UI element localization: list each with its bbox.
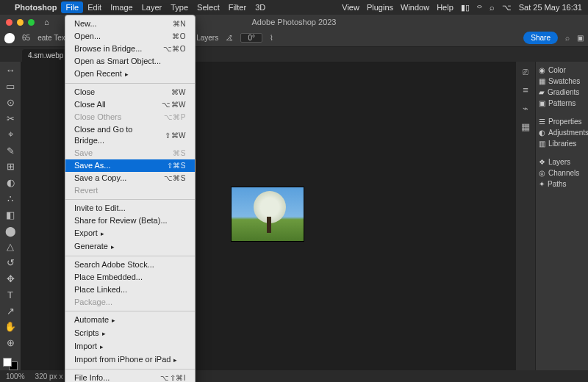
panel-icon-1[interactable]: ⎚	[523, 66, 528, 77]
marquee-tool-icon[interactable]: ▭	[4, 81, 17, 93]
macos-menubar: Photoshop File Edit Image Layer Type Sel…	[0, 0, 588, 15]
menu-item-label: Search Adobe Stock...	[74, 259, 154, 270]
color-swatches[interactable]	[3, 358, 18, 371]
menu-item-save-as[interactable]: Save As...⇧⌘S	[65, 159, 195, 172]
panel-channels[interactable]: ◎Channels	[539, 169, 585, 177]
menu-window[interactable]: Window	[401, 3, 429, 12]
app-name[interactable]: Photoshop	[15, 3, 57, 12]
dodge-tool-icon[interactable]: ✥	[4, 273, 17, 285]
menu-item-label: Import from iPhone or iPad	[74, 354, 177, 366]
menu-item-close-all[interactable]: Close All⌥⌘W	[65, 98, 195, 111]
foreground-color-icon[interactable]	[3, 358, 12, 367]
menu-help[interactable]: Help	[437, 3, 453, 12]
move-tool-icon[interactable]: ↔	[4, 65, 17, 76]
menu-select[interactable]: Select	[197, 3, 220, 12]
menu-filter[interactable]: Filter	[229, 3, 246, 12]
menu-item-generate[interactable]: Generate	[65, 240, 195, 253]
menu-item-browse-in-bridge[interactable]: Browse in Bridge...⌥⌘O	[65, 43, 195, 55]
menu-item-open[interactable]: Open...⌘O	[65, 30, 195, 43]
eraser-tool-icon[interactable]: ⬤	[4, 225, 17, 237]
history-brush-icon[interactable]: ◧	[4, 209, 17, 220]
menu-item-close-and-go-to-bridge[interactable]: Close and Go to Bridge...⇧⌘W	[65, 123, 195, 147]
menu-item-export[interactable]: Export	[65, 227, 195, 240]
close-window-icon[interactable]	[6, 19, 12, 26]
panel-layers[interactable]: ❖Layers	[539, 158, 585, 166]
menu-item-file-info[interactable]: File Info...⌥⇧⌘I	[65, 372, 195, 382]
angle-input[interactable]: 0°	[240, 33, 262, 43]
crop-tool-icon[interactable]: ✂	[4, 112, 17, 124]
menu-item-label: Close All	[74, 99, 106, 110]
panel-gradients[interactable]: ▰Gradients	[539, 88, 585, 96]
share-button[interactable]: Share	[523, 32, 558, 44]
menu-edit[interactable]: Edit	[87, 3, 101, 12]
search-tool-icon[interactable]: ⌕	[565, 34, 570, 42]
menu-item-new[interactable]: New...⌘N	[65, 18, 195, 30]
panel-color[interactable]: ◉Color	[539, 66, 585, 74]
frame-tool-icon[interactable]: ⌖	[4, 129, 17, 140]
menu-item-open-recent[interactable]: Open Recent	[65, 68, 195, 81]
menu-item-automate[interactable]: Automate	[65, 314, 195, 327]
gradient-tool-icon[interactable]: △	[4, 241, 17, 253]
menu-item-import-from-iphone-or-ipad[interactable]: Import from iPhone or iPad	[65, 353, 195, 367]
menu-item-close[interactable]: Close⌘W	[65, 86, 195, 98]
menu-view[interactable]: View	[342, 3, 359, 12]
menu-separator	[65, 311, 195, 311]
menu-separator	[65, 369, 195, 370]
zoom-window-icon[interactable]	[28, 19, 35, 26]
menu-item-scripts[interactable]: Scripts	[65, 327, 195, 340]
menu-item-label: Open...	[74, 31, 101, 42]
brush-tool-icon[interactable]: ◐	[4, 177, 17, 189]
type-tool-icon[interactable]: T	[4, 289, 17, 300]
hand-tool-icon[interactable]: ✋	[4, 321, 17, 333]
menu-item-place-embedded[interactable]: Place Embedded...	[65, 271, 195, 284]
pressure-icon[interactable]: ⌇	[270, 34, 273, 42]
menu-item-import[interactable]: Import	[65, 340, 195, 353]
menu-item-share-for-review-beta[interactable]: Share for Review (Beta)...	[65, 215, 195, 227]
panel-swatches[interactable]: ▦Swatches	[539, 77, 585, 85]
menu-item-open-as-smart-object[interactable]: Open as Smart Object...	[65, 55, 195, 68]
menu-image[interactable]: Image	[110, 3, 133, 12]
healing-tool-icon[interactable]: ⊞	[4, 161, 17, 173]
menu-layer[interactable]: Layer	[142, 3, 162, 12]
traffic-lights[interactable]	[6, 19, 35, 26]
brush-size[interactable]: 65	[22, 34, 30, 42]
lasso-tool-icon[interactable]: ⊙	[4, 97, 17, 109]
workspace-icon[interactable]: ▣	[577, 34, 584, 42]
panel-properties[interactable]: ☰Properties	[539, 118, 585, 126]
panel-icon-strip: ⎚ ≡ ⌁ ▦	[516, 62, 535, 370]
window-title: Adobe Photoshop 2023	[252, 18, 337, 26]
menu-item-shortcut: ⌘N	[173, 18, 186, 29]
brush-preview-icon[interactable]	[4, 33, 15, 43]
patterns-icon: ▣	[539, 99, 545, 107]
pen-tool-icon[interactable]: ↗	[4, 305, 17, 317]
control-center-icon[interactable]: ⌥	[502, 3, 512, 12]
zoom-level[interactable]: 100%	[6, 372, 25, 381]
menu-item-label: Save	[74, 148, 93, 159]
blur-tool-icon[interactable]: ↺	[4, 257, 17, 269]
panel-paths[interactable]: ✦Paths	[539, 180, 585, 188]
menu-item-label: Save a Copy...	[74, 173, 126, 184]
document-image[interactable]	[231, 187, 304, 242]
zoom-tool-icon[interactable]: ⊕	[4, 337, 17, 349]
panel-adjustments[interactable]: ◐Adjustments	[539, 129, 585, 137]
panel-icon-4[interactable]: ▦	[521, 121, 530, 132]
home-icon[interactable]: ⌂	[44, 18, 49, 26]
menu-item-place-linked[interactable]: Place Linked...	[65, 284, 195, 296]
clock[interactable]: Sat 25 May 16:31	[519, 3, 582, 12]
panel-icon-3[interactable]: ⌁	[523, 103, 528, 114]
eyedropper-tool-icon[interactable]: ✎	[4, 145, 17, 156]
stamp-tool-icon[interactable]: ∴	[4, 193, 17, 205]
menu-item-save-a-copy[interactable]: Save a Copy...⌥⌘S	[65, 172, 195, 184]
search-icon[interactable]: ⌕	[490, 3, 495, 12]
menu-3d[interactable]: 3D	[255, 3, 265, 12]
panel-patterns[interactable]: ▣Patterns	[539, 99, 585, 107]
panel-icon-2[interactable]: ≡	[523, 84, 528, 96]
menu-item-invite-to-edit[interactable]: Invite to Edit...	[65, 202, 195, 215]
menu-item-search-adobe-stock[interactable]: Search Adobe Stock...	[65, 259, 195, 271]
minimize-window-icon[interactable]	[17, 19, 24, 26]
menu-file[interactable]: File	[61, 1, 83, 13]
menu-type[interactable]: Type	[171, 3, 188, 12]
battery-icon: ▮▯	[461, 3, 470, 12]
menu-plugins[interactable]: Plugins	[367, 3, 393, 12]
panel-libraries[interactable]: ▥Libraries	[539, 140, 585, 148]
